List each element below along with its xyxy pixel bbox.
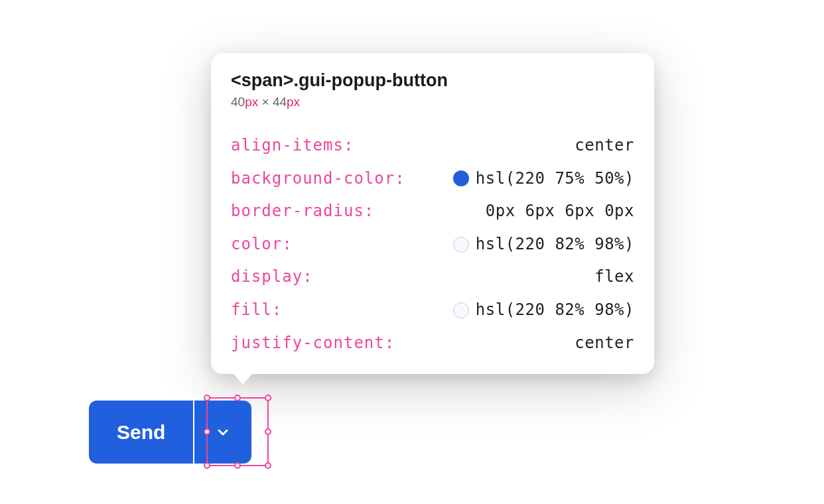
split-button-group: Send (89, 401, 251, 464)
css-property-row: border-radius: 0px 6px 6px 0px (231, 200, 634, 223)
css-property-value: flex (594, 266, 634, 288)
css-property-value: hsl(220 82% 98%) (453, 299, 634, 322)
tooltip-header: <span>.gui-popup-button 40px × 44px (231, 70, 634, 109)
height-unit: px (287, 95, 300, 109)
css-property-row: justify-content: center (231, 332, 634, 355)
css-property-value: 0px 6px 6px 0px (486, 200, 634, 223)
popup-toggle-button[interactable] (194, 401, 251, 464)
color-swatch-icon (453, 302, 469, 318)
color-swatch-icon (453, 237, 469, 253)
css-property-name: display: (231, 266, 313, 288)
css-property-row: color: hsl(220 82% 98%) (231, 233, 634, 256)
css-property-row: align-items: center (231, 135, 634, 157)
css-property-name: fill: (231, 299, 282, 322)
element-dimensions: 40px × 44px (231, 95, 634, 109)
selector-class: .gui-popup-button (294, 70, 448, 90)
css-property-value: hsl(220 82% 98%) (453, 233, 634, 256)
send-button[interactable]: Send (89, 401, 193, 464)
css-property-name: color: (231, 233, 293, 256)
width-value: 40 (231, 95, 245, 109)
dimensions-separator: × (258, 95, 273, 109)
selector-line: <span>.gui-popup-button (231, 70, 634, 91)
css-property-value: center (575, 332, 634, 355)
css-property-name: background-color: (231, 168, 405, 190)
css-property-row: background-color: hsl(220 75% 50%) (231, 168, 634, 190)
css-property-value: hsl(220 75% 50%) (453, 168, 634, 190)
css-property-row: display: flex (231, 266, 634, 288)
resize-handle-icon[interactable] (265, 395, 271, 401)
css-property-row: fill: hsl(220 82% 98%) (231, 299, 634, 322)
height-value: 44 (273, 95, 287, 109)
width-unit: px (245, 95, 258, 109)
color-swatch-icon (453, 170, 469, 186)
chevron-down-icon (215, 424, 231, 440)
css-property-name: justify-content: (231, 332, 395, 355)
resize-handle-icon[interactable] (265, 462, 271, 469)
css-property-name: border-radius: (231, 200, 374, 223)
css-properties-list: align-items: center background-color: hs… (231, 135, 634, 354)
css-property-value: center (575, 135, 634, 157)
tooltip-arrow-icon (234, 374, 252, 385)
css-inspector-tooltip: <span>.gui-popup-button 40px × 44px alig… (211, 53, 654, 374)
selector-tag: <span> (231, 70, 294, 90)
resize-handle-icon[interactable] (265, 428, 271, 435)
css-property-name: align-items: (231, 135, 354, 157)
